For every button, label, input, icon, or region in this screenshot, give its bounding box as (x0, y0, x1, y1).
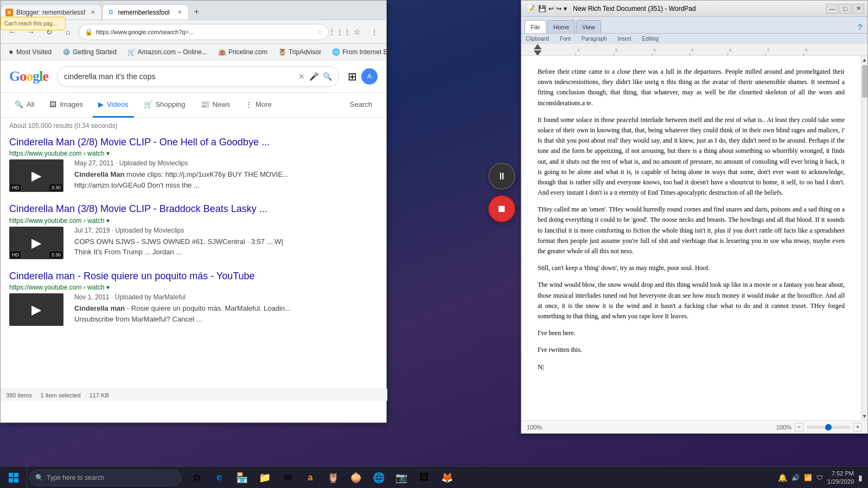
result-1-title-link[interactable]: Cinderella Man (2/8) Movie CLIP - One He… (9, 137, 270, 147)
taskbar-show-desktop[interactable]: ▮ (858, 473, 863, 482)
result-1-thumbnail[interactable]: ▶ HD 3:30 (9, 159, 63, 192)
wordpad-title: 💾 ↩ ↪ ▾ New Rich Text Document (351) - W… (538, 5, 696, 12)
pause-button[interactable]: ⏸ (488, 163, 515, 190)
ribbon-tab-file[interactable]: File (525, 20, 546, 33)
svg-rect-5 (614, 54, 614, 56)
taskbar-search-box[interactable]: 🔍 Type here to search (29, 470, 181, 486)
apps-icon[interactable]: ⊞ (348, 70, 357, 83)
result-2-title-link[interactable]: Cinderella Man (3/8) Movie CLIP - Braddo… (9, 203, 267, 214)
redo-icon[interactable]: ↪ (556, 5, 561, 12)
nav-tab-images[interactable]: 🖼 Images (44, 93, 88, 118)
zoom-slider-thumb[interactable] (825, 424, 832, 431)
pause-icon: ⏸ (497, 171, 507, 182)
ribbon-paragraph-label: Paragraph (582, 36, 607, 42)
result-2-url: Cinderella Man (3/8) Movie CLIP - Braddo… (9, 203, 378, 215)
play-icon: ▶ (31, 168, 41, 183)
taskbar-clock[interactable]: 7:52 PM 1/29/2020 (827, 470, 854, 485)
bookmark-priceline[interactable]: 🏨 Priceline.com (215, 47, 271, 57)
nav-tab-all[interactable]: 🔍 All (9, 93, 40, 118)
save-icon[interactable]: 💾 (538, 5, 546, 12)
taskbar-camera[interactable]: 📷 (391, 467, 412, 489)
google-tab-title: rememberlessfool (118, 9, 172, 16)
scroll-down-arrow[interactable]: ▼ (862, 412, 867, 420)
wordpad-window: 📝 💾 ↩ ↪ ▾ New Rich Text Document (351) -… (521, 0, 868, 434)
zoom-level: 100% (776, 424, 792, 431)
taskbar-explorer[interactable]: 📁 (254, 467, 276, 489)
customize-icon[interactable]: ▾ (564, 5, 567, 12)
scroll-up-arrow[interactable]: ▲ (862, 56, 867, 64)
taskbar-notification-icon[interactable]: 🔔 (778, 473, 787, 482)
taskbar-mail[interactable]: ✉ (277, 467, 298, 489)
videos-icon: ▶ (98, 100, 104, 108)
browser-tab-google[interactable]: G rememberlessfool ✕ (102, 4, 189, 20)
taskbar-store[interactable]: 🏪 (231, 467, 253, 489)
taskbar-edge[interactable]: e (208, 467, 230, 489)
maximize-button[interactable]: □ (839, 4, 851, 14)
extensions-icon[interactable]: ⋮⋮⋮ (332, 24, 347, 40)
search-icon[interactable]: 🔍 (323, 72, 332, 81)
bookmark-most-visited[interactable]: ★ Most Visited (5, 47, 55, 57)
taskbar-firefox[interactable]: 🦊 (436, 467, 458, 489)
bookmark-getting-started[interactable]: ⚙️ Getting Started (59, 47, 120, 57)
bookmark-star-icon[interactable]: ☆ (317, 28, 323, 36)
search-input[interactable] (64, 72, 294, 81)
browser-content: Google ✕ 🎤 🔍 ⊞ A 🔍 All (1, 60, 386, 422)
new-tab-button[interactable]: + (189, 4, 204, 20)
nav-tab-search-tools[interactable]: Search (344, 93, 378, 118)
bookmark-tripadvisor[interactable]: 🦉 TripAdvisor (275, 47, 324, 57)
ribbon-help-icon[interactable]: ? (856, 21, 864, 33)
taskbar-photos[interactable]: 🖼 (413, 467, 435, 489)
result-1-text: May 27, 2011 · Uploaded by Movieclips Ci… (74, 159, 289, 192)
address-bar[interactable]: 🔒 https://www.google.com/search?q=... ☆ (79, 24, 329, 40)
bookmark-icon[interactable]: ☆ (349, 24, 365, 40)
minimize-button[interactable]: — (826, 4, 838, 14)
shopping-icon: 🛒 (144, 100, 152, 108)
wordpad-statusbar: 100% 100% − + (521, 420, 867, 433)
nav-tab-news[interactable]: 📰 News (195, 93, 236, 118)
taskbar-network-icon[interactable]: 📶 (804, 474, 812, 481)
zoom-in-button[interactable]: + (853, 423, 862, 432)
result-3-title-link[interactable]: Cinderella man - Rosie quiere un poquito… (9, 271, 255, 281)
browser-window-chrome: Can't reach this pag... B Blogger: remem… (0, 0, 387, 423)
ribbon-tab-view[interactable]: View (576, 20, 601, 33)
result-2-thumbnail[interactable]: ▶ HD 3:30 (9, 227, 63, 259)
google-search-box[interactable]: ✕ 🎤 🔍 (57, 66, 339, 87)
result-3-thumbnail[interactable]: ▶ (9, 293, 63, 326)
stop-button[interactable]: ⏹ (488, 195, 515, 222)
nav-tab-more[interactable]: ⋮ More (240, 93, 277, 118)
wordpad-scrollbar[interactable]: ▲ ▼ (861, 56, 867, 420)
google-tab-close[interactable]: ✕ (175, 8, 184, 17)
microphone-icon[interactable]: 🎤 (309, 72, 318, 81)
clear-search-icon[interactable]: ✕ (298, 72, 305, 81)
taskbar-task-view[interactable]: ⧉ (186, 467, 207, 489)
taskbar-browser[interactable]: 🌐 (368, 467, 390, 489)
ribbon-tab-home[interactable]: Home (547, 20, 575, 33)
ribbon-content-bar: Clipboard Font Paragraph Insert Editing (521, 33, 867, 44)
start-button[interactable] (0, 467, 27, 489)
taskbar-tor[interactable]: 🧅 (345, 467, 367, 489)
svg-rect-9 (690, 54, 690, 56)
stop-icon: ⏹ (497, 203, 507, 215)
taskbar-tripadvisor[interactable]: 🦉 (322, 467, 344, 489)
browser-toolbar-actions: ⋮⋮⋮ ☆ ⋮ (332, 24, 382, 40)
ribbon-tab-row: File Home View ? (521, 17, 867, 33)
nav-tab-shopping[interactable]: 🛒 Shopping (138, 93, 191, 118)
scrollbar-thumb[interactable] (862, 65, 867, 98)
blogger-tab-close[interactable]: ✕ (88, 8, 97, 17)
search-result-2: Cinderella Man (3/8) Movie CLIP - Braddo… (9, 203, 378, 259)
bookmark-amazon[interactable]: 🛒 Amazon.com – Online... (124, 47, 210, 57)
search-result-3: Cinderella man - Rosie quiere un poquito… (9, 270, 378, 326)
windows-logo-icon (8, 472, 19, 483)
undo-icon[interactable]: ↩ (548, 5, 554, 12)
close-button[interactable]: ✕ (852, 4, 864, 14)
zoom-slider[interactable] (807, 426, 850, 429)
account-avatar[interactable]: A (361, 68, 378, 85)
taskbar-amazon[interactable]: a (299, 467, 321, 489)
wordpad-app-icon: 📝 (526, 4, 535, 13)
wordpad-document[interactable]: Before their ctime came to a close there… (521, 56, 861, 420)
nav-tab-videos[interactable]: ▶ Videos (93, 93, 134, 118)
zoom-out-button[interactable]: − (795, 423, 803, 432)
menu-icon[interactable]: ⋮ (367, 24, 382, 40)
bookmark-internet-explorer[interactable]: 🌐 From Internet Ex... (329, 47, 399, 57)
taskbar-volume-icon[interactable]: 🔊 (792, 474, 800, 481)
